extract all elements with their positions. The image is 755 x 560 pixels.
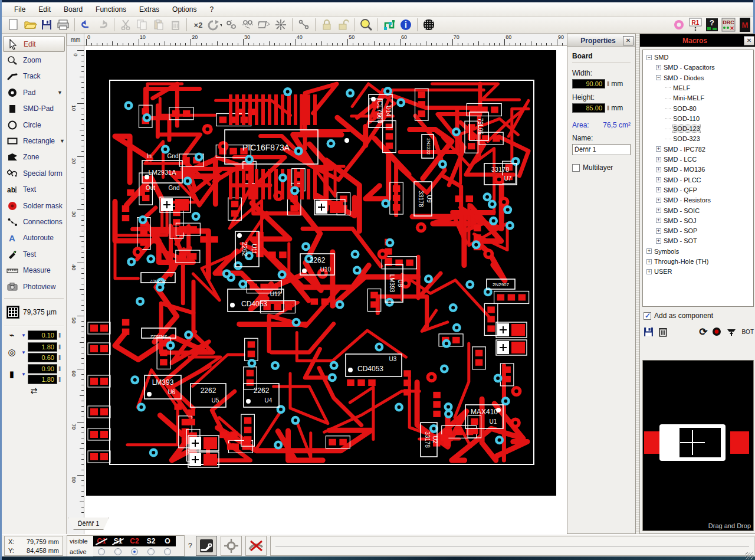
tree-node-smd-soic[interactable]: +SMD - SOIC [656, 206, 700, 215]
active-layer-radio[interactable] [98, 548, 105, 555]
tree-node-smd-ipc782[interactable]: +SMD - IPC782 [656, 145, 705, 154]
multilayer-checkbox[interactable] [572, 164, 580, 172]
expand-icon[interactable]: + [656, 177, 661, 182]
mirror-vertical-button[interactable] [240, 18, 255, 32]
macro-preview[interactable]: Drag and Drop [642, 360, 754, 531]
tree-node-user[interactable]: +USER [646, 267, 672, 276]
tree-node-smd-capacitors[interactable]: +SMD - Capacitors [656, 63, 715, 72]
unlock-button[interactable] [336, 18, 351, 32]
tool-zoom[interactable]: Zoom [2, 52, 66, 68]
tree-node-symbols[interactable]: +Symbols [646, 247, 679, 256]
info-button[interactable]: i [398, 18, 413, 32]
expand-icon[interactable]: + [656, 198, 661, 203]
active-layer-radio[interactable] [131, 548, 138, 555]
board-width-field[interactable]: 90.00 [572, 79, 605, 89]
expand-icon[interactable]: + [656, 157, 661, 162]
align-button[interactable] [257, 18, 272, 32]
tree-node-sod-80[interactable]: SOD-80 [665, 104, 697, 113]
route-test-button[interactable] [382, 18, 397, 32]
tree-node-sod-123[interactable]: SOD-123 [665, 124, 700, 133]
tool-circle[interactable]: Circle [2, 117, 66, 133]
tree-node-smd-qfp[interactable]: +SMD - QFP [656, 185, 697, 195]
m-panel-button[interactable]: M [737, 18, 753, 32]
expand-icon[interactable]: + [656, 208, 661, 213]
menu-edit[interactable]: Edit [32, 4, 57, 15]
tree-node-through-hole-th-[interactable]: +Through-Hole (TH) [646, 257, 708, 266]
save-button[interactable] [39, 18, 54, 32]
tree-node-smd[interactable]: −SMD [646, 53, 668, 62]
pad-outer-field[interactable]: 1.80 [28, 342, 57, 352]
tool-text[interactable]: abText [2, 182, 66, 198]
board-name-input[interactable]: Ďěřňř 1 [572, 144, 631, 155]
menu-options[interactable]: Options [166, 4, 203, 15]
tool-zone[interactable]: Zone [2, 149, 66, 165]
connection-button[interactable] [296, 18, 311, 32]
active-layer-radio[interactable] [147, 548, 155, 555]
snap-button[interactable] [273, 18, 288, 32]
copy-button[interactable] [134, 18, 150, 32]
hide-connections-button[interactable] [245, 536, 267, 556]
open-file-button[interactable] [22, 18, 38, 32]
menu-functions[interactable]: Functions [89, 4, 133, 15]
delete-macro-button[interactable] [658, 326, 668, 337]
tool-autoroute[interactable]: AAutoroute [2, 230, 66, 246]
track-width-dropdown[interactable]: ▼ [21, 333, 26, 338]
menu-board[interactable]: Board [57, 4, 89, 15]
drc-button[interactable]: DRC✕ [721, 18, 736, 32]
tree-node-melf[interactable]: MELF [665, 83, 690, 93]
zoom-tool-button[interactable] [359, 18, 374, 32]
grid-button[interactable]: 79,375 µm [2, 302, 66, 322]
tree-node-smd-resistors[interactable]: +SMD - Resistors [656, 195, 711, 205]
solder-mask-test-button[interactable] [671, 18, 687, 32]
tool-smd-pad[interactable]: SMD-Pad [2, 101, 66, 117]
tool-edit[interactable]: Edit [3, 36, 65, 52]
expand-icon[interactable]: + [646, 259, 652, 264]
rotate-macro-button[interactable]: ⟳ [699, 326, 707, 338]
tree-node-smd-plcc[interactable]: +SMD - PLCC [656, 175, 701, 185]
tree-node-smd-lcc[interactable]: +SMD - LCC [656, 155, 697, 164]
smd-width-field[interactable]: 0.90 [28, 364, 57, 374]
expand-icon[interactable]: + [656, 238, 661, 244]
layer-s2[interactable]: S2 [143, 536, 159, 546]
expand-icon[interactable]: + [646, 269, 652, 274]
resize-grip[interactable] [746, 552, 753, 559]
ground-plane-button[interactable] [421, 18, 436, 32]
tree-node-smd-sot[interactable]: +SMD - SOT [656, 236, 697, 245]
paste-button[interactable] [151, 18, 166, 32]
track-width-field[interactable]: 0.10 [28, 330, 57, 340]
layer-s1[interactable]: S1 [110, 536, 126, 546]
layer-c2[interactable]: C2 [126, 536, 143, 546]
macros-tree[interactable]: −SMD+SMD - Capacitors−SMD - DiodesMELFMi… [642, 50, 754, 307]
tree-node-sod-110[interactable]: SOD-110 [665, 114, 700, 123]
tree-node-mini-melf[interactable]: Mini-MELF [665, 93, 704, 103]
collapse-icon[interactable]: − [646, 55, 652, 60]
tree-node-smd-mo136[interactable]: +SMD - MO136 [656, 165, 705, 174]
menu-[interactable]: ? [203, 4, 220, 15]
expand-icon[interactable]: + [656, 65, 661, 70]
tool-connections[interactable]: Connections [2, 214, 66, 230]
menu-extras[interactable]: Extras [133, 4, 166, 15]
tool-pad[interactable]: Pad▼ [2, 84, 66, 100]
expand-icon[interactable]: + [656, 167, 661, 172]
track-mode-button[interactable] [196, 536, 217, 556]
tool-track[interactable]: Track [2, 68, 66, 84]
expand-icon[interactable]: + [656, 228, 661, 234]
print-button[interactable] [55, 18, 71, 32]
expand-icon[interactable]: + [656, 218, 661, 223]
tool-test[interactable]: Test [2, 246, 66, 262]
tree-node-sod-323[interactable]: SOD-323 [665, 134, 700, 143]
delete-button[interactable] [168, 18, 183, 32]
active-layer-radio[interactable] [164, 548, 171, 555]
crosshair-snap-button[interactable] [221, 536, 242, 556]
layer-c1[interactable]: C1 [93, 536, 110, 546]
solder-dot-button[interactable] [712, 327, 721, 336]
active-layer-radio[interactable] [114, 548, 122, 555]
mirror-horizontal-button[interactable] [224, 18, 239, 32]
macro-help-button[interactable]: ? [704, 18, 720, 32]
tree-node-smd-diodes[interactable]: −SMD - Diodes [656, 73, 704, 83]
layer-o[interactable]: O [159, 536, 176, 546]
lock-button[interactable] [319, 18, 334, 32]
collapse-icon[interactable]: − [656, 75, 661, 80]
tool-photoview[interactable]: Photoview [2, 279, 66, 294]
macros-close-button[interactable]: ✕ [744, 36, 754, 45]
